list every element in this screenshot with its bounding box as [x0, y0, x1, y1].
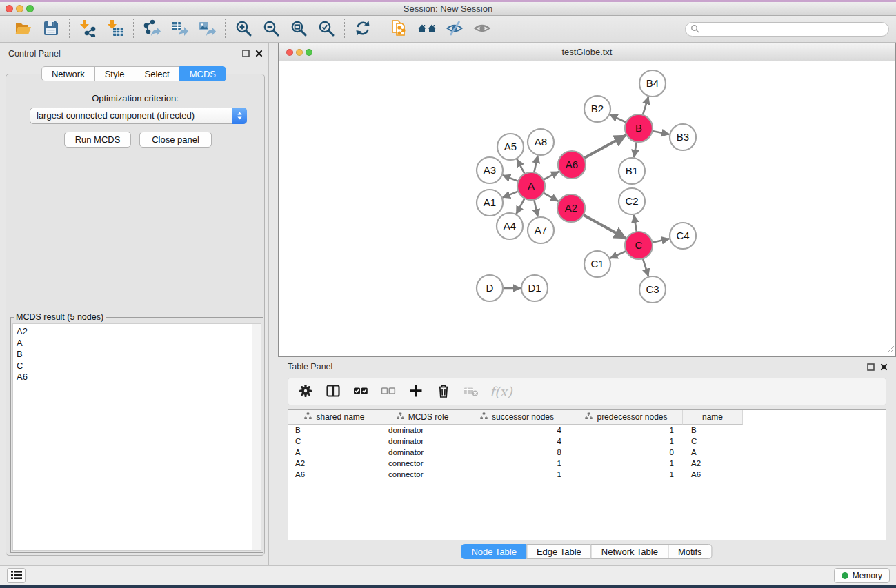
- search-box[interactable]: [685, 22, 889, 37]
- save-button[interactable]: [39, 18, 63, 40]
- table-cell[interactable]: 1: [464, 469, 570, 480]
- import-network-button[interactable]: [76, 18, 99, 40]
- add-column-button[interactable]: [406, 382, 426, 401]
- table-cell[interactable]: 1: [570, 436, 683, 447]
- column-header-successor-nodes[interactable]: successor nodes: [464, 410, 570, 425]
- result-item[interactable]: B: [17, 349, 261, 361]
- table-cell[interactable]: connector: [381, 458, 464, 469]
- table-cell[interactable]: A2: [288, 458, 381, 469]
- export-network-button[interactable]: [140, 18, 163, 40]
- table-cell[interactable]: dominator: [381, 436, 464, 447]
- import-table-button[interactable]: [103, 18, 127, 40]
- graph-node-A5[interactable]: A5: [497, 134, 524, 160]
- criterion-dropdown[interactable]: largest connected component (directed): [30, 108, 247, 124]
- column-header-name[interactable]: name: [683, 410, 743, 425]
- graph-node-C2[interactable]: C2: [619, 188, 645, 214]
- graph-node-C3[interactable]: C3: [639, 276, 666, 303]
- result-list-scrollbar[interactable]: [252, 324, 261, 550]
- table-cell[interactable]: 4: [464, 436, 570, 447]
- float-panel-icon[interactable]: [867, 363, 875, 371]
- graph-node-A7[interactable]: A7: [528, 217, 554, 243]
- zoom-out-button[interactable]: [259, 18, 283, 40]
- tab-select[interactable]: Select: [135, 66, 180, 81]
- result-item[interactable]: A6: [17, 372, 261, 383]
- tab-network-table[interactable]: Network Table: [591, 544, 668, 559]
- table-cell[interactable]: C: [288, 436, 381, 447]
- tab-network[interactable]: Network: [41, 66, 95, 81]
- graph-node-B[interactable]: B: [625, 114, 653, 142]
- graph-node-B1[interactable]: B1: [619, 158, 645, 184]
- select-all-button[interactable]: [350, 382, 371, 401]
- network-graph[interactable]: B4B2BB3A8A5A6A3B1AC2A1A2A4A7C4CC1DD1C3: [279, 61, 895, 356]
- table-cell[interactable]: connector: [381, 469, 464, 480]
- graph-node-A6[interactable]: A6: [558, 151, 586, 179]
- hide-graphics-details-button[interactable]: [443, 18, 466, 40]
- tab-node-table[interactable]: Node Table: [461, 544, 527, 559]
- table-cell[interactable]: dominator: [381, 447, 464, 458]
- close-panel-button[interactable]: Close panel: [139, 132, 212, 148]
- close-panel-icon[interactable]: [255, 50, 263, 57]
- graph-node-B4[interactable]: B4: [639, 70, 666, 97]
- zoom-fit-button[interactable]: [287, 18, 310, 40]
- mcds-result-list[interactable]: A2ABCA6: [12, 323, 261, 551]
- table-cell[interactable]: C: [683, 436, 743, 447]
- graph-node-A8[interactable]: A8: [528, 129, 554, 155]
- graph-node-A1[interactable]: A1: [477, 190, 503, 216]
- memory-button[interactable]: Memory: [834, 568, 890, 583]
- export-table-button[interactable]: [168, 18, 191, 40]
- table-cell[interactable]: B: [683, 425, 743, 436]
- table-row[interactable]: Cdominator41C: [288, 436, 886, 447]
- table-cell[interactable]: 4: [464, 425, 570, 436]
- delete-column-button[interactable]: [433, 382, 454, 401]
- table-row[interactable]: A6connector11A6: [288, 469, 886, 480]
- column-header-MCDS-role[interactable]: MCDS role: [381, 410, 464, 425]
- deselect-all-button[interactable]: [378, 382, 399, 401]
- graph-node-D[interactable]: D: [477, 275, 503, 301]
- column-header-predecessor-nodes[interactable]: predecessor nodes: [570, 410, 683, 425]
- graph-node-B3[interactable]: B3: [670, 124, 696, 150]
- search-input[interactable]: [702, 24, 888, 35]
- table-row[interactable]: Adominator80A: [288, 447, 886, 458]
- column-header-shared-name[interactable]: shared name: [288, 410, 381, 425]
- task-history-button[interactable]: [7, 568, 26, 583]
- run-mcds-button[interactable]: Run MCDS: [64, 132, 131, 148]
- houses-button[interactable]: [415, 18, 439, 40]
- table-cell[interactable]: B: [288, 425, 381, 436]
- folder-open-button[interactable]: [12, 18, 35, 40]
- new-network-from-file-button[interactable]: [388, 18, 411, 40]
- tab-edge-table[interactable]: Edge Table: [526, 544, 592, 559]
- graph-node-C[interactable]: C: [625, 232, 653, 259]
- show-eye-button[interactable]: [470, 18, 494, 40]
- graph-node-B2[interactable]: B2: [584, 96, 610, 122]
- gear-button[interactable]: [295, 382, 316, 401]
- zoom-in-button[interactable]: [232, 18, 255, 40]
- table-row[interactable]: Bdominator41B: [288, 425, 886, 436]
- split-columns-button[interactable]: [323, 382, 344, 401]
- graph-node-D1[interactable]: D1: [521, 275, 548, 301]
- tab-motifs[interactable]: Motifs: [668, 544, 713, 559]
- close-panel-icon[interactable]: [880, 363, 888, 371]
- network-canvas[interactable]: B4B2BB3A8A5A6A3B1AC2A1A2A4A7C4CC1DD1C3: [279, 61, 895, 356]
- resize-grip-icon[interactable]: [886, 343, 895, 356]
- table-cell[interactable]: 1: [570, 458, 683, 469]
- zoom-selected-button[interactable]: [315, 18, 338, 40]
- table-cell[interactable]: A6: [683, 469, 743, 480]
- table-cell[interactable]: A2: [683, 458, 743, 469]
- tab-style[interactable]: Style: [94, 66, 135, 81]
- result-item[interactable]: A: [17, 338, 261, 349]
- table-cell[interactable]: dominator: [381, 425, 464, 436]
- graph-node-A4[interactable]: A4: [497, 213, 523, 239]
- table-cell[interactable]: A: [288, 447, 381, 458]
- graph-node-C1[interactable]: C1: [584, 251, 610, 277]
- graph-node-A3[interactable]: A3: [477, 157, 503, 183]
- table-cell[interactable]: 8: [464, 447, 570, 458]
- result-item[interactable]: C: [17, 361, 261, 372]
- table-row[interactable]: A2connector11A2: [288, 458, 886, 469]
- graph-node-A2[interactable]: A2: [557, 194, 585, 222]
- table-cell[interactable]: 0: [570, 447, 683, 458]
- table-cell[interactable]: 1: [570, 425, 683, 436]
- table-cell[interactable]: 1: [570, 469, 683, 480]
- table-cell[interactable]: A6: [288, 469, 381, 480]
- refresh-button[interactable]: [351, 18, 375, 40]
- float-panel-icon[interactable]: [242, 50, 250, 57]
